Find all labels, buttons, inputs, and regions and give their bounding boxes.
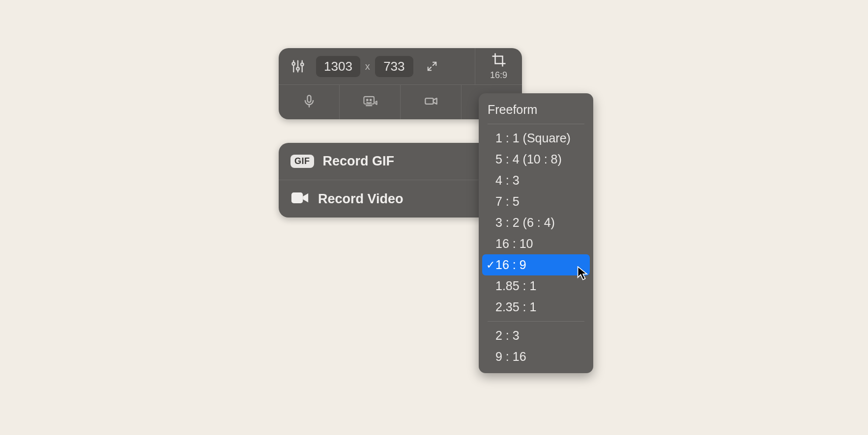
menu-item-aspect[interactable]: 9 : 16 bbox=[479, 346, 593, 367]
dimensions-group: 1303 x 733 bbox=[316, 56, 413, 77]
menu-item-aspect[interactable]: 5 : 4 (10 : 8) bbox=[479, 149, 593, 170]
menu-item-label: 5 : 4 (10 : 8) bbox=[495, 152, 562, 166]
svg-point-12 bbox=[370, 99, 371, 101]
menu-item-label: 9 : 16 bbox=[495, 350, 526, 363]
menu-group-landscape: 1 : 1 (Square)5 : 4 (10 : 8)4 : 37 : 53 … bbox=[479, 128, 593, 318]
svg-point-4 bbox=[296, 67, 299, 70]
crop-icon bbox=[492, 53, 506, 69]
svg-rect-13 bbox=[425, 98, 433, 104]
menu-item-label: 2.35 : 1 bbox=[495, 300, 536, 314]
checkmark-icon: ✓ bbox=[486, 259, 495, 272]
toolbar-left-group: 1303 x 733 bbox=[279, 48, 475, 84]
menu-item-label: 2 : 3 bbox=[495, 328, 520, 342]
width-input[interactable]: 1303 bbox=[316, 56, 360, 77]
system-audio-button[interactable] bbox=[339, 85, 400, 119]
aspect-ratio-label: 16:9 bbox=[490, 70, 507, 81]
record-gif-label: Record GIF bbox=[323, 154, 395, 169]
menu-item-label: 16 : 9 bbox=[495, 258, 526, 272]
toolbar-row-dimensions: 1303 x 733 16:9 bbox=[279, 48, 522, 84]
settings-icon[interactable] bbox=[287, 55, 309, 78]
microphone-button[interactable] bbox=[279, 85, 339, 119]
system-audio-icon bbox=[362, 94, 378, 110]
svg-point-11 bbox=[366, 99, 368, 101]
svg-point-5 bbox=[301, 63, 304, 66]
menu-item-aspect[interactable]: 3 : 2 (6 : 4) bbox=[479, 212, 593, 233]
svg-marker-14 bbox=[433, 98, 436, 104]
menu-item-label: 4 : 3 bbox=[495, 173, 520, 187]
menu-item-aspect[interactable]: 2.35 : 1 bbox=[479, 297, 593, 318]
menu-group-portrait: 2 : 39 : 16 bbox=[479, 325, 593, 367]
aspect-ratio-button[interactable]: 16:9 bbox=[475, 48, 522, 84]
menu-item-aspect[interactable]: 2 : 3 bbox=[479, 325, 593, 346]
svg-point-3 bbox=[292, 62, 295, 65]
menu-item-freeform[interactable]: Freeform bbox=[479, 99, 593, 120]
menu-item-aspect[interactable]: 16 : 10 bbox=[479, 233, 593, 254]
menu-item-label: 1.85 : 1 bbox=[495, 279, 536, 293]
camera-icon bbox=[424, 94, 438, 110]
height-input[interactable]: 733 bbox=[375, 56, 413, 77]
menu-item-label: 1 : 1 (Square) bbox=[495, 131, 571, 145]
svg-marker-20 bbox=[303, 193, 308, 203]
camera-button[interactable] bbox=[400, 85, 461, 119]
menu-item-label: 3 : 2 (6 : 4) bbox=[495, 216, 555, 229]
gif-badge-icon: GIF bbox=[290, 155, 314, 168]
svg-rect-8 bbox=[307, 95, 311, 102]
menu-item-label: 7 : 5 bbox=[495, 194, 520, 208]
dimension-separator: x bbox=[365, 61, 370, 72]
record-video-label: Record Video bbox=[318, 191, 404, 207]
menu-item-aspect[interactable]: ✓16 : 9 bbox=[482, 254, 590, 275]
svg-rect-19 bbox=[291, 192, 303, 203]
menu-item-label: 16 : 10 bbox=[495, 237, 533, 250]
expand-icon[interactable] bbox=[423, 57, 441, 75]
menu-item-aspect[interactable]: 1 : 1 (Square) bbox=[479, 128, 593, 149]
menu-divider bbox=[488, 321, 584, 322]
microphone-icon bbox=[302, 94, 316, 110]
video-camera-icon bbox=[290, 191, 309, 207]
aspect-ratio-menu: Freeform 1 : 1 (Square)5 : 4 (10 : 8)4 :… bbox=[479, 93, 593, 373]
menu-item-aspect[interactable]: 4 : 3 bbox=[479, 170, 593, 191]
menu-item-aspect[interactable]: 7 : 5 bbox=[479, 191, 593, 212]
menu-divider bbox=[488, 124, 584, 124]
menu-item-aspect[interactable]: 1.85 : 1 bbox=[479, 275, 593, 297]
